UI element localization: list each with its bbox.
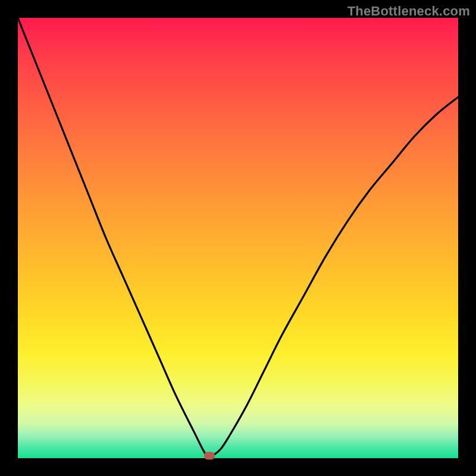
plot-area bbox=[18, 18, 458, 458]
curve-path bbox=[18, 18, 458, 457]
minimum-marker bbox=[204, 452, 215, 460]
watermark-label: TheBottleneck.com bbox=[347, 4, 470, 19]
bottleneck-curve bbox=[18, 18, 458, 458]
chart-frame: TheBottleneck.com bbox=[0, 0, 476, 476]
